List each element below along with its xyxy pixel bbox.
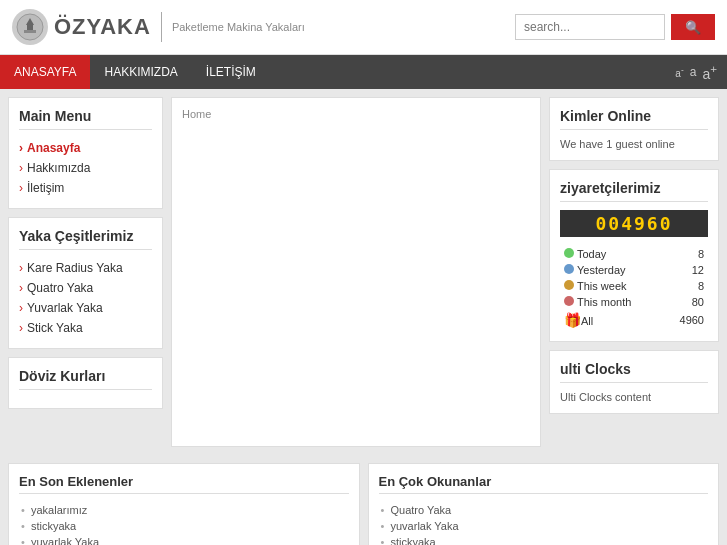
nav-item-iletisim[interactable]: İLETİŞİM xyxy=(192,55,270,89)
online-widget: Kimler Online We have 1 guest online xyxy=(549,97,719,161)
stat-row-week: This week 8 xyxy=(562,279,706,293)
header: ÖZYAKA Paketleme Makina Yakaları 🔍 xyxy=(0,0,727,55)
stat-row-today: Today 8 xyxy=(562,247,706,261)
search-input[interactable] xyxy=(515,14,665,40)
font-controls: a- a a+ xyxy=(675,62,727,82)
sidebar-item-hakkimizda[interactable]: Hakkımızda xyxy=(19,158,152,178)
breadcrumb: Home xyxy=(182,108,530,120)
logo-icon xyxy=(12,9,48,45)
popular-title: En Çok Okunanlar xyxy=(379,474,709,494)
main-menu-title: Main Menu xyxy=(19,108,152,130)
month-icon xyxy=(564,296,574,306)
doviz-title: Döviz Kurları xyxy=(19,368,152,390)
search-button[interactable]: 🔍 xyxy=(671,14,715,40)
popular-item-0[interactable]: Quatro Yaka xyxy=(379,502,709,518)
font-decrease-button[interactable]: a- xyxy=(675,65,683,79)
nav-item-anasayfa[interactable]: ANASAYFA xyxy=(0,55,90,89)
sidebar-item-anasayfa[interactable]: Anasayfa xyxy=(19,138,152,158)
recent-item-0[interactable]: yakalarımız xyxy=(19,502,349,518)
bottom-wrapper: En Son Eklenenler yakalarımız stickyaka … xyxy=(0,455,727,545)
main-wrapper: Main Menu Anasayfa Hakkımızda İletişim Y… xyxy=(0,89,727,455)
clocks-title: ulti Clocks xyxy=(560,361,708,383)
font-increase-button[interactable]: a+ xyxy=(702,62,717,82)
all-icon: 🎁 xyxy=(564,312,581,328)
popular-item-2[interactable]: stickyaka xyxy=(379,534,709,545)
logo-text: ÖZYAKA xyxy=(54,14,151,40)
logo-separator xyxy=(161,12,162,42)
yaka-title: Yaka Çeşitlerimiz xyxy=(19,228,152,250)
yesterday-icon xyxy=(564,264,574,274)
stat-row-month: This month 80 xyxy=(562,295,706,309)
yaka-section: Yaka Çeşitlerimiz Kare Radius Yaka Quatr… xyxy=(8,217,163,349)
content-area: Home xyxy=(171,97,541,447)
search-icon: 🔍 xyxy=(685,20,701,35)
online-text: We have 1 guest online xyxy=(560,138,708,150)
online-title: Kimler Online xyxy=(560,108,708,130)
right-sidebar: Kimler Online We have 1 guest online ziy… xyxy=(549,97,719,447)
sidebar-item-stick[interactable]: Stick Yaka xyxy=(19,318,152,338)
search-area: 🔍 xyxy=(515,14,715,40)
sidebar-item-yuvarlak[interactable]: Yuvarlak Yaka xyxy=(19,298,152,318)
recent-item-2[interactable]: yuvarlak Yaka xyxy=(19,534,349,545)
recent-box: En Son Eklenenler yakalarımız stickyaka … xyxy=(8,463,360,545)
week-icon xyxy=(564,280,574,290)
visitors-widget: ziyaretçilerimiz 004960 Today 8 Yesterda… xyxy=(549,169,719,342)
stats-table: Today 8 Yesterday 12 This week 8 This mo… xyxy=(560,245,708,331)
logo-tagline: Paketleme Makina Yakaları xyxy=(172,21,305,33)
stat-row-yesterday: Yesterday 12 xyxy=(562,263,706,277)
clocks-text: Ulti Clocks content xyxy=(560,391,708,403)
nav-item-hakkimizda[interactable]: HAKKIMIZDA xyxy=(90,55,191,89)
counter-display: 004960 xyxy=(560,210,708,237)
font-normal-button[interactable]: a xyxy=(690,65,697,79)
main-menu-section: Main Menu Anasayfa Hakkımızda İletişim xyxy=(8,97,163,209)
popular-box: En Çok Okunanlar Quatro Yaka yuvarlak Ya… xyxy=(368,463,720,545)
svg-rect-3 xyxy=(24,30,36,33)
sidebar: Main Menu Anasayfa Hakkımızda İletişim Y… xyxy=(8,97,163,447)
popular-item-1[interactable]: yuvarlak Yaka xyxy=(379,518,709,534)
sidebar-item-kare[interactable]: Kare Radius Yaka xyxy=(19,258,152,278)
clocks-widget: ulti Clocks Ulti Clocks content xyxy=(549,350,719,414)
stat-row-all: 🎁All 4960 xyxy=(562,311,706,329)
recent-title: En Son Eklenenler xyxy=(19,474,349,494)
visitors-title: ziyaretçilerimiz xyxy=(560,180,708,202)
sidebar-item-iletisim[interactable]: İletişim xyxy=(19,178,152,198)
navbar: ANASAYFA HAKKIMIZDA İLETİŞİM a- a a+ xyxy=(0,55,727,89)
recent-item-1[interactable]: stickyaka xyxy=(19,518,349,534)
doviz-section: Döviz Kurları xyxy=(8,357,163,409)
logo-area: ÖZYAKA Paketleme Makina Yakaları xyxy=(12,9,515,45)
today-icon xyxy=(564,248,574,258)
sidebar-item-quatro[interactable]: Quatro Yaka xyxy=(19,278,152,298)
